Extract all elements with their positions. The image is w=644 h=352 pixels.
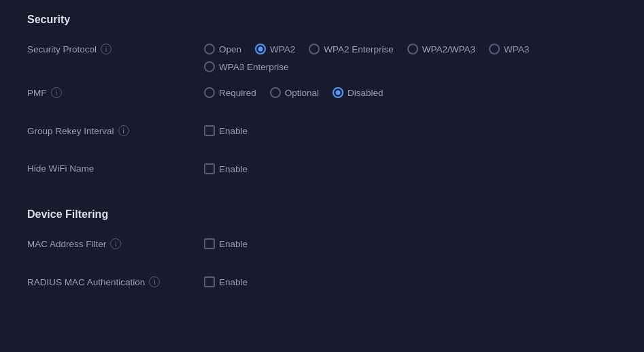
security-protocol-label: Security Protocol i (27, 42, 204, 54)
pmf-disabled-radio[interactable] (333, 87, 343, 98)
device-filtering-title: Device Filtering (27, 208, 617, 221)
hide-wifi-enable-checkbox[interactable] (204, 163, 215, 174)
group-rekey-enable-option[interactable]: Enable (204, 125, 248, 136)
sp-open-option[interactable]: Open (204, 44, 241, 54)
group-rekey-enable-label: Enable (219, 126, 248, 136)
pmf-label: PMF i (27, 86, 204, 98)
group-rekey-label: Group Rekey Interval i (27, 124, 204, 136)
radius-mac-auth-label: RADIUS MAC Authentication i (27, 275, 204, 287)
sp-wpa2-label: WPA2 (270, 44, 295, 54)
mac-address-filter-enable-option[interactable]: Enable (204, 238, 248, 249)
sp-wpa2e-option[interactable]: WPA2 Enterprise (309, 44, 394, 54)
mac-address-filter-enable-checkbox[interactable] (204, 238, 215, 249)
pmf-required-option[interactable]: Required (204, 87, 256, 98)
hide-wifi-controls: Enable (204, 162, 617, 174)
pmf-optional-option[interactable]: Optional (270, 87, 319, 98)
security-protocol-row: Security Protocol i Open WPA2 WPA2 Ente (27, 42, 617, 72)
hide-wifi-row: Hide WiFi Name Enable (27, 162, 617, 187)
group-rekey-info-icon[interactable]: i (118, 125, 129, 136)
sp-wpa3e-radio[interactable] (204, 61, 215, 72)
mac-address-filter-controls: Enable (204, 237, 617, 249)
radius-mac-auth-controls: Enable (204, 275, 617, 287)
pmf-row: PMF i Required Optional Disabled (27, 86, 617, 110)
sp-open-radio[interactable] (204, 44, 215, 54)
pmf-optional-label: Optional (285, 88, 319, 98)
sp-wpa2e-radio[interactable] (309, 44, 320, 54)
radius-mac-auth-enable-label: Enable (219, 277, 248, 287)
device-filtering-section: Device Filtering MAC Address Filter i En… (27, 208, 617, 300)
pmf-optional-radio[interactable] (270, 87, 281, 98)
security-protocol-controls: Open WPA2 WPA2 Enterprise WPA2/WPA3 (204, 42, 529, 72)
pmf-disabled-label: Disabled (348, 88, 384, 98)
sp-wpa3-label: WPA3 (504, 44, 529, 54)
pmf-required-radio[interactable] (204, 87, 215, 98)
page-content: Security Security Protocol i Open WPA2 (27, 14, 617, 300)
sp-wpa2wpa3-radio[interactable] (407, 44, 418, 54)
sp-open-label: Open (219, 44, 241, 54)
sp-wpa2-option[interactable]: WPA2 (255, 44, 295, 54)
sp-wpa2e-label: WPA2 Enterprise (324, 44, 394, 54)
radius-mac-auth-enable-checkbox[interactable] (204, 276, 215, 287)
security-section: Security Security Protocol i Open WPA2 (27, 14, 617, 187)
pmf-info-icon[interactable]: i (51, 87, 62, 98)
group-rekey-enable-checkbox[interactable] (204, 125, 215, 136)
pmf-required-label: Required (219, 88, 256, 98)
hide-wifi-label: Hide WiFi Name (27, 162, 204, 174)
sp-wpa2-radio[interactable] (255, 44, 266, 54)
pmf-disabled-option[interactable]: Disabled (333, 87, 384, 98)
radius-mac-auth-row: RADIUS MAC Authentication i Enable (27, 275, 617, 300)
group-rekey-row: Group Rekey Interval i Enable (27, 124, 617, 148)
sp-wpa3-radio[interactable] (489, 44, 500, 54)
sp-wpa2wpa3-option[interactable]: WPA2/WPA3 (407, 44, 475, 54)
mac-address-filter-info-icon[interactable]: i (110, 238, 121, 249)
security-title: Security (27, 14, 617, 26)
security-protocol-row1: Open WPA2 WPA2 Enterprise WPA2/WPA3 (204, 42, 529, 54)
radius-mac-auth-info-icon[interactable]: i (149, 276, 160, 287)
security-protocol-row2: WPA3 Enterprise (204, 60, 529, 72)
sp-wpa2wpa3-label: WPA2/WPA3 (422, 44, 475, 54)
mac-address-filter-row: MAC Address Filter i Enable (27, 237, 617, 261)
hide-wifi-enable-option[interactable]: Enable (204, 163, 248, 174)
sp-wpa3e-option[interactable]: WPA3 Enterprise (204, 61, 289, 72)
mac-address-filter-enable-label: Enable (219, 239, 248, 249)
mac-address-filter-label: MAC Address Filter i (27, 237, 204, 249)
group-rekey-controls: Enable (204, 124, 617, 136)
hide-wifi-enable-label: Enable (219, 164, 248, 174)
pmf-controls: Required Optional Disabled (204, 86, 617, 98)
security-protocol-info-icon[interactable]: i (101, 44, 112, 54)
sp-wpa3e-label: WPA3 Enterprise (219, 62, 289, 72)
sp-wpa3-option[interactable]: WPA3 (489, 44, 529, 54)
radius-mac-auth-enable-option[interactable]: Enable (204, 276, 248, 287)
